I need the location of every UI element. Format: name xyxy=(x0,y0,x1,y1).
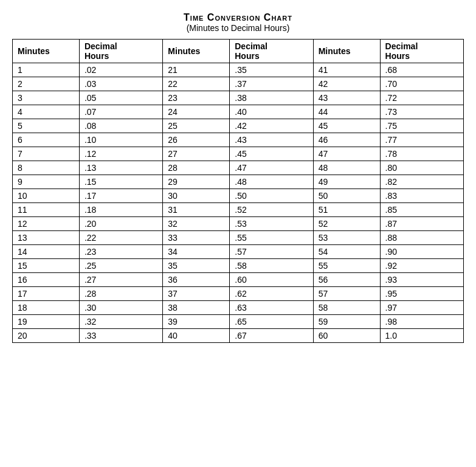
cell-min2-8: 28 xyxy=(163,161,230,175)
cell-dec2-12: .53 xyxy=(230,217,313,231)
cell-min1-6: 6 xyxy=(13,133,80,147)
cell-min2-13: 33 xyxy=(163,231,230,245)
cell-min1-1: 1 xyxy=(13,63,80,77)
header-decimal-3: DecimalHours xyxy=(380,40,463,63)
cell-min1-11: 11 xyxy=(13,203,80,217)
cell-min2-4: 24 xyxy=(163,105,230,119)
cell-dec1-6: .10 xyxy=(79,133,162,147)
cell-dec3-19: .98 xyxy=(380,315,463,329)
cell-dec2-5: .42 xyxy=(230,119,313,133)
cell-dec3-8: .80 xyxy=(380,161,463,175)
chart-title: Time Conversion Chart (Minutes to Decima… xyxy=(12,12,464,33)
cell-dec3-10: .83 xyxy=(380,189,463,203)
cell-min3-9: 49 xyxy=(313,175,380,189)
cell-min3-6: 46 xyxy=(313,133,380,147)
cell-dec2-6: .43 xyxy=(230,133,313,147)
cell-dec3-16: .93 xyxy=(380,273,463,287)
cell-dec3-12: .87 xyxy=(380,217,463,231)
page-container: Time Conversion Chart (Minutes to Decima… xyxy=(12,12,464,343)
cell-dec3-18: .97 xyxy=(380,301,463,315)
cell-dec2-2: .37 xyxy=(230,77,313,91)
cell-dec2-20: .67 xyxy=(230,329,313,343)
cell-dec2-4: .40 xyxy=(230,105,313,119)
table-row: 11.1831.5251.85 xyxy=(13,203,464,217)
cell-min1-14: 14 xyxy=(13,245,80,259)
cell-dec2-14: .57 xyxy=(230,245,313,259)
cell-min2-7: 27 xyxy=(163,147,230,161)
cell-dec1-19: .32 xyxy=(79,315,162,329)
cell-min1-5: 5 xyxy=(13,119,80,133)
cell-dec1-8: .13 xyxy=(79,161,162,175)
cell-dec2-8: .47 xyxy=(230,161,313,175)
cell-dec1-13: .22 xyxy=(79,231,162,245)
cell-min2-15: 35 xyxy=(163,259,230,273)
table-row: 15.2535.5855.92 xyxy=(13,259,464,273)
cell-dec1-11: .18 xyxy=(79,203,162,217)
header-decimal-2: DecimalHours xyxy=(230,40,313,63)
cell-dec1-7: .12 xyxy=(79,147,162,161)
cell-dec1-5: .08 xyxy=(79,119,162,133)
cell-min1-10: 10 xyxy=(13,189,80,203)
cell-dec1-15: .25 xyxy=(79,259,162,273)
cell-dec1-16: .27 xyxy=(79,273,162,287)
cell-min2-11: 31 xyxy=(163,203,230,217)
table-row: 8.1328.4748.80 xyxy=(13,161,464,175)
table-row: 10.1730.5050.83 xyxy=(13,189,464,203)
table-row: 20.3340.67601.0 xyxy=(13,329,464,343)
chart-title-sub: (Minutes to Decimal Hours) xyxy=(12,23,464,33)
cell-min2-10: 30 xyxy=(163,189,230,203)
cell-min3-14: 54 xyxy=(313,245,380,259)
table-row: 2.0322.3742.70 xyxy=(13,77,464,91)
cell-min1-18: 18 xyxy=(13,301,80,315)
cell-dec3-15: .92 xyxy=(380,259,463,273)
cell-dec3-6: .77 xyxy=(380,133,463,147)
cell-dec1-14: .23 xyxy=(79,245,162,259)
table-row: 12.2032.5352.87 xyxy=(13,217,464,231)
cell-min2-14: 34 xyxy=(163,245,230,259)
cell-min3-20: 60 xyxy=(313,329,380,343)
cell-min2-19: 39 xyxy=(163,315,230,329)
cell-min1-20: 20 xyxy=(13,329,80,343)
cell-dec2-13: .55 xyxy=(230,231,313,245)
cell-min1-17: 17 xyxy=(13,287,80,301)
cell-min1-2: 2 xyxy=(13,77,80,91)
cell-min3-18: 58 xyxy=(313,301,380,315)
header-minutes-2: Minutes xyxy=(163,40,230,63)
cell-min2-12: 32 xyxy=(163,217,230,231)
cell-min1-4: 4 xyxy=(13,105,80,119)
cell-min2-20: 40 xyxy=(163,329,230,343)
header-minutes-3: Minutes xyxy=(313,40,380,63)
cell-min3-5: 45 xyxy=(313,119,380,133)
header-minutes-1: Minutes xyxy=(13,40,80,63)
cell-dec3-13: .88 xyxy=(380,231,463,245)
cell-dec3-5: .75 xyxy=(380,119,463,133)
cell-min1-7: 7 xyxy=(13,147,80,161)
cell-dec2-9: .48 xyxy=(230,175,313,189)
table-row: 18.3038.6358.97 xyxy=(13,301,464,315)
cell-dec1-18: .30 xyxy=(79,301,162,315)
cell-min3-7: 47 xyxy=(313,147,380,161)
cell-dec3-7: .78 xyxy=(380,147,463,161)
cell-min3-4: 44 xyxy=(313,105,380,119)
table-row: 13.2233.5553.88 xyxy=(13,231,464,245)
cell-dec1-1: .02 xyxy=(79,63,162,77)
cell-dec1-17: .28 xyxy=(79,287,162,301)
header-decimal-1: DecimalHours xyxy=(79,40,162,63)
cell-min3-8: 48 xyxy=(313,161,380,175)
cell-min1-16: 16 xyxy=(13,273,80,287)
cell-min2-9: 29 xyxy=(163,175,230,189)
chart-title-main: Time Conversion Chart xyxy=(12,12,464,23)
cell-min3-1: 41 xyxy=(313,63,380,77)
table-header-row: Minutes DecimalHours Minutes DecimalHour… xyxy=(13,40,464,63)
cell-dec3-17: .95 xyxy=(380,287,463,301)
cell-dec2-7: .45 xyxy=(230,147,313,161)
table-row: 17.2837.6257.95 xyxy=(13,287,464,301)
cell-min3-13: 53 xyxy=(313,231,380,245)
table-row: 4.0724.4044.73 xyxy=(13,105,464,119)
cell-min3-16: 56 xyxy=(313,273,380,287)
cell-dec2-18: .63 xyxy=(230,301,313,315)
cell-dec3-3: .72 xyxy=(380,91,463,105)
cell-min2-18: 38 xyxy=(163,301,230,315)
cell-min1-19: 19 xyxy=(13,315,80,329)
cell-min2-17: 37 xyxy=(163,287,230,301)
